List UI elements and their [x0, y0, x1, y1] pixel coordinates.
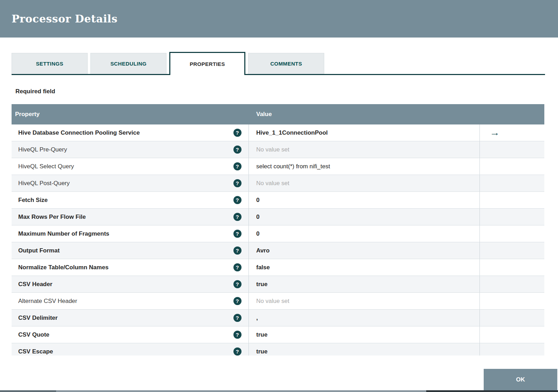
property-value[interactable]: true [249, 326, 479, 343]
table-row: Normalize Table/Column Names ? false [12, 259, 544, 276]
column-header-property: Property [12, 111, 249, 118]
help-icon-cell: ? [226, 196, 249, 204]
help-icon[interactable]: ? [233, 297, 241, 305]
property-value[interactable]: 0 [249, 209, 479, 225]
help-icon-cell: ? [226, 263, 249, 271]
goto-cell [479, 293, 544, 309]
property-value[interactable]: Avro [249, 242, 479, 259]
required-field-label: Required field [15, 88, 558, 95]
table-row: Output Format ? Avro [12, 242, 544, 259]
property-value[interactable]: 0 [249, 225, 479, 242]
goto-cell [479, 209, 544, 225]
table-row: CSV Delimiter ? , [12, 310, 544, 326]
property-name: CSV Escape [12, 348, 226, 355]
table-row: Hive Database Connection Pooling Service… [12, 124, 544, 141]
property-name: HiveQL Select Query [12, 163, 226, 170]
help-icon[interactable]: ? [233, 314, 241, 322]
goto-cell [479, 175, 544, 191]
table-row: HiveQL Post-Query ? No value set [12, 175, 544, 192]
horizontal-scrollbar[interactable] [0, 390, 558, 392]
property-name: Maximum Number of Fragments [12, 230, 226, 237]
help-icon[interactable]: ? [233, 213, 241, 221]
help-icon[interactable]: ? [233, 263, 241, 271]
help-icon[interactable]: ? [233, 280, 241, 288]
goto-cell [479, 326, 544, 343]
help-icon-cell: ? [226, 129, 249, 137]
goto-cell [479, 225, 544, 242]
property-name: Fetch Size [12, 197, 226, 204]
help-icon[interactable]: ? [233, 129, 241, 137]
property-name: CSV Delimiter [12, 315, 226, 322]
help-icon-cell: ? [226, 280, 249, 288]
property-value[interactable]: No value set [249, 293, 479, 309]
help-icon[interactable]: ? [233, 230, 241, 238]
goto-cell: → [479, 124, 544, 141]
scrollbar-end-cap [426, 390, 558, 392]
property-value[interactable]: No value set [249, 175, 479, 191]
table-row: CSV Header ? true [12, 276, 544, 293]
tab-scheduling[interactable]: SCHEDULING [90, 53, 166, 74]
help-icon-cell: ? [226, 331, 249, 339]
table-row: Alternate CSV Header ? No value set [12, 293, 544, 310]
property-value[interactable]: No value set [249, 141, 479, 158]
help-icon-cell: ? [226, 297, 249, 305]
goto-cell [479, 158, 544, 175]
help-icon-cell: ? [226, 230, 249, 238]
processor-details-dialog: Processor Details SETTINGS SCHEDULING PR… [0, 0, 558, 392]
help-icon[interactable]: ? [233, 347, 241, 356]
tab-bar: SETTINGS SCHEDULING PROPERTIES COMMENTS [12, 52, 545, 75]
tab-properties[interactable]: PROPERTIES [169, 52, 245, 75]
table-row: Maximum Number of Fragments ? 0 [12, 225, 544, 242]
help-icon-cell: ? [226, 162, 249, 170]
property-name: Normalize Table/Column Names [12, 264, 226, 271]
table-header-row: Property Value [12, 104, 544, 124]
property-value[interactable]: select count(*) from nifi_test [249, 158, 479, 175]
table-row: HiveQL Pre-Query ? No value set [12, 141, 544, 158]
help-icon-cell: ? [226, 179, 249, 187]
goto-cell [479, 259, 544, 276]
help-icon[interactable]: ? [233, 331, 241, 339]
tab-comments[interactable]: COMMENTS [248, 53, 324, 74]
ok-button[interactable]: OK [484, 369, 557, 390]
help-icon-cell: ? [226, 314, 249, 322]
goto-cell [479, 192, 544, 208]
property-name: Output Format [12, 247, 226, 254]
dialog-title: Processor Details [12, 13, 117, 25]
table-body: Hive Database Connection Pooling Service… [12, 124, 544, 356]
property-name: HiveQL Pre-Query [12, 146, 226, 153]
goto-cell [479, 141, 544, 158]
properties-table: Property Value Hive Database Connection … [12, 104, 544, 356]
property-name: CSV Header [12, 281, 226, 288]
goto-cell [479, 343, 544, 356]
column-header-value: Value [249, 111, 479, 118]
goto-controller-service-icon[interactable]: → [490, 128, 500, 137]
help-icon-cell: ? [226, 246, 249, 255]
property-value[interactable]: true [249, 343, 479, 356]
property-value[interactable]: Hive_1_1ConnectionPool [249, 124, 479, 141]
table-row: Max Rows Per Flow File ? 0 [12, 209, 544, 225]
property-value[interactable]: , [249, 310, 479, 326]
help-icon-cell: ? [226, 347, 249, 356]
help-icon[interactable]: ? [233, 146, 241, 154]
property-name: CSV Quote [12, 331, 226, 338]
table-row: HiveQL Select Query ? select count(*) fr… [12, 158, 544, 175]
property-value[interactable]: true [249, 276, 479, 292]
help-icon-cell: ? [226, 213, 249, 221]
help-icon[interactable]: ? [233, 179, 241, 187]
table-row: CSV Escape ? true [12, 343, 544, 356]
property-value[interactable]: 0 [249, 192, 479, 208]
property-name: Max Rows Per Flow File [12, 214, 226, 221]
property-name: HiveQL Post-Query [12, 180, 226, 187]
table-row: Fetch Size ? 0 [12, 192, 544, 209]
goto-cell [479, 310, 544, 326]
help-icon[interactable]: ? [233, 246, 241, 255]
goto-cell [479, 242, 544, 259]
property-name: Hive Database Connection Pooling Service [12, 129, 226, 136]
help-icon[interactable]: ? [233, 162, 241, 170]
scrollbar-thumb[interactable] [0, 390, 56, 392]
property-name: Alternate CSV Header [12, 298, 226, 305]
tab-settings[interactable]: SETTINGS [12, 53, 88, 74]
property-value[interactable]: false [249, 259, 479, 276]
dialog-header: Processor Details [0, 0, 558, 38]
help-icon[interactable]: ? [233, 196, 241, 204]
